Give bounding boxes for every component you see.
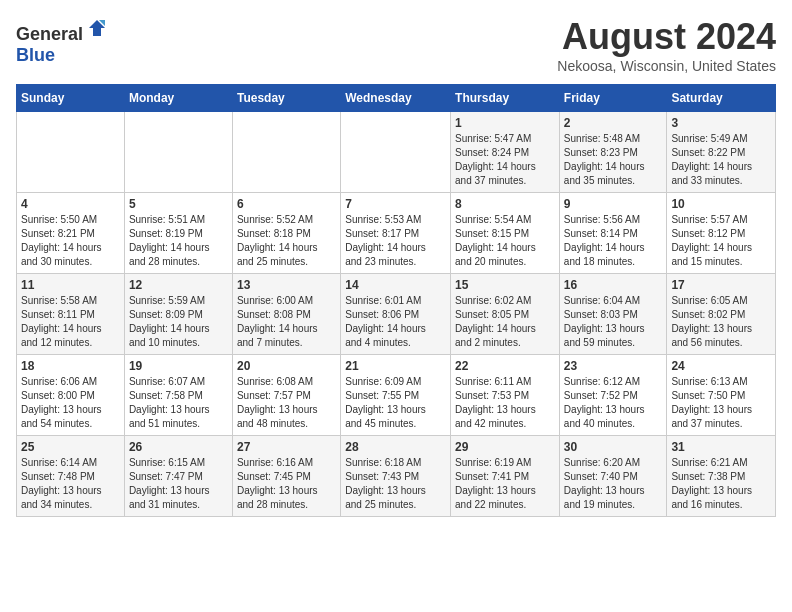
day-number: 23: [564, 359, 663, 373]
day-content: Sunrise: 5:56 AM Sunset: 8:14 PM Dayligh…: [564, 213, 663, 269]
calendar-cell: 11Sunrise: 5:58 AM Sunset: 8:11 PM Dayli…: [17, 274, 125, 355]
calendar-week-row: 11Sunrise: 5:58 AM Sunset: 8:11 PM Dayli…: [17, 274, 776, 355]
calendar-cell: 16Sunrise: 6:04 AM Sunset: 8:03 PM Dayli…: [559, 274, 667, 355]
day-content: Sunrise: 6:06 AM Sunset: 8:00 PM Dayligh…: [21, 375, 120, 431]
calendar-cell: 26Sunrise: 6:15 AM Sunset: 7:47 PM Dayli…: [124, 436, 232, 517]
calendar-cell: 28Sunrise: 6:18 AM Sunset: 7:43 PM Dayli…: [341, 436, 451, 517]
calendar-week-row: 25Sunrise: 6:14 AM Sunset: 7:48 PM Dayli…: [17, 436, 776, 517]
calendar-cell: 9Sunrise: 5:56 AM Sunset: 8:14 PM Daylig…: [559, 193, 667, 274]
day-content: Sunrise: 6:14 AM Sunset: 7:48 PM Dayligh…: [21, 456, 120, 512]
calendar-cell: 27Sunrise: 6:16 AM Sunset: 7:45 PM Dayli…: [232, 436, 340, 517]
day-content: Sunrise: 5:57 AM Sunset: 8:12 PM Dayligh…: [671, 213, 771, 269]
day-number: 29: [455, 440, 555, 454]
day-content: Sunrise: 5:52 AM Sunset: 8:18 PM Dayligh…: [237, 213, 336, 269]
day-number: 18: [21, 359, 120, 373]
day-number: 3: [671, 116, 771, 130]
day-number: 24: [671, 359, 771, 373]
day-content: Sunrise: 6:04 AM Sunset: 8:03 PM Dayligh…: [564, 294, 663, 350]
day-content: Sunrise: 6:09 AM Sunset: 7:55 PM Dayligh…: [345, 375, 446, 431]
calendar-cell: 3Sunrise: 5:49 AM Sunset: 8:22 PM Daylig…: [667, 112, 776, 193]
calendar-cell: 10Sunrise: 5:57 AM Sunset: 8:12 PM Dayli…: [667, 193, 776, 274]
calendar-week-row: 18Sunrise: 6:06 AM Sunset: 8:00 PM Dayli…: [17, 355, 776, 436]
day-content: Sunrise: 6:12 AM Sunset: 7:52 PM Dayligh…: [564, 375, 663, 431]
day-content: Sunrise: 6:07 AM Sunset: 7:58 PM Dayligh…: [129, 375, 228, 431]
day-content: Sunrise: 5:51 AM Sunset: 8:19 PM Dayligh…: [129, 213, 228, 269]
day-number: 9: [564, 197, 663, 211]
calendar-cell: 25Sunrise: 6:14 AM Sunset: 7:48 PM Dayli…: [17, 436, 125, 517]
day-number: 6: [237, 197, 336, 211]
day-number: 1: [455, 116, 555, 130]
calendar-cell: [17, 112, 125, 193]
page-header: General Blue August 2024 Nekoosa, Wiscon…: [16, 16, 776, 74]
day-content: Sunrise: 5:50 AM Sunset: 8:21 PM Dayligh…: [21, 213, 120, 269]
calendar-cell: 30Sunrise: 6:20 AM Sunset: 7:40 PM Dayli…: [559, 436, 667, 517]
day-number: 17: [671, 278, 771, 292]
calendar-cell: 12Sunrise: 5:59 AM Sunset: 8:09 PM Dayli…: [124, 274, 232, 355]
day-number: 12: [129, 278, 228, 292]
header-cell-saturday: Saturday: [667, 85, 776, 112]
calendar-cell: 18Sunrise: 6:06 AM Sunset: 8:00 PM Dayli…: [17, 355, 125, 436]
logo-blue: Blue: [16, 45, 55, 66]
calendar-cell: 4Sunrise: 5:50 AM Sunset: 8:21 PM Daylig…: [17, 193, 125, 274]
calendar-cell: 20Sunrise: 6:08 AM Sunset: 7:57 PM Dayli…: [232, 355, 340, 436]
day-number: 20: [237, 359, 336, 373]
calendar-cell: 5Sunrise: 5:51 AM Sunset: 8:19 PM Daylig…: [124, 193, 232, 274]
day-content: Sunrise: 6:19 AM Sunset: 7:41 PM Dayligh…: [455, 456, 555, 512]
day-number: 13: [237, 278, 336, 292]
header-cell-friday: Friday: [559, 85, 667, 112]
day-content: Sunrise: 6:13 AM Sunset: 7:50 PM Dayligh…: [671, 375, 771, 431]
day-content: Sunrise: 5:53 AM Sunset: 8:17 PM Dayligh…: [345, 213, 446, 269]
day-number: 4: [21, 197, 120, 211]
calendar-cell: [341, 112, 451, 193]
calendar-cell: 14Sunrise: 6:01 AM Sunset: 8:06 PM Dayli…: [341, 274, 451, 355]
day-number: 8: [455, 197, 555, 211]
calendar-cell: 22Sunrise: 6:11 AM Sunset: 7:53 PM Dayli…: [451, 355, 560, 436]
day-number: 25: [21, 440, 120, 454]
day-number: 14: [345, 278, 446, 292]
day-number: 28: [345, 440, 446, 454]
day-number: 7: [345, 197, 446, 211]
header-cell-thursday: Thursday: [451, 85, 560, 112]
day-content: Sunrise: 5:47 AM Sunset: 8:24 PM Dayligh…: [455, 132, 555, 188]
month-year-title: August 2024: [557, 16, 776, 58]
calendar-cell: 1Sunrise: 5:47 AM Sunset: 8:24 PM Daylig…: [451, 112, 560, 193]
day-content: Sunrise: 5:49 AM Sunset: 8:22 PM Dayligh…: [671, 132, 771, 188]
calendar-week-row: 4Sunrise: 5:50 AM Sunset: 8:21 PM Daylig…: [17, 193, 776, 274]
location-subtitle: Nekoosa, Wisconsin, United States: [557, 58, 776, 74]
calendar-cell: 17Sunrise: 6:05 AM Sunset: 8:02 PM Dayli…: [667, 274, 776, 355]
calendar-cell: 23Sunrise: 6:12 AM Sunset: 7:52 PM Dayli…: [559, 355, 667, 436]
day-number: 19: [129, 359, 228, 373]
calendar-week-row: 1Sunrise: 5:47 AM Sunset: 8:24 PM Daylig…: [17, 112, 776, 193]
calendar-cell: 31Sunrise: 6:21 AM Sunset: 7:38 PM Dayli…: [667, 436, 776, 517]
day-number: 2: [564, 116, 663, 130]
day-content: Sunrise: 6:05 AM Sunset: 8:02 PM Dayligh…: [671, 294, 771, 350]
calendar-cell: 21Sunrise: 6:09 AM Sunset: 7:55 PM Dayli…: [341, 355, 451, 436]
day-content: Sunrise: 6:21 AM Sunset: 7:38 PM Dayligh…: [671, 456, 771, 512]
day-number: 21: [345, 359, 446, 373]
header-cell-monday: Monday: [124, 85, 232, 112]
calendar-cell: 13Sunrise: 6:00 AM Sunset: 8:08 PM Dayli…: [232, 274, 340, 355]
calendar-cell: 29Sunrise: 6:19 AM Sunset: 7:41 PM Dayli…: [451, 436, 560, 517]
day-number: 27: [237, 440, 336, 454]
header-cell-wednesday: Wednesday: [341, 85, 451, 112]
day-number: 16: [564, 278, 663, 292]
day-number: 5: [129, 197, 228, 211]
logo-general: General: [16, 24, 83, 44]
day-content: Sunrise: 5:54 AM Sunset: 8:15 PM Dayligh…: [455, 213, 555, 269]
calendar-cell: 15Sunrise: 6:02 AM Sunset: 8:05 PM Dayli…: [451, 274, 560, 355]
calendar-cell: 2Sunrise: 5:48 AM Sunset: 8:23 PM Daylig…: [559, 112, 667, 193]
day-content: Sunrise: 6:00 AM Sunset: 8:08 PM Dayligh…: [237, 294, 336, 350]
calendar-cell: 19Sunrise: 6:07 AM Sunset: 7:58 PM Dayli…: [124, 355, 232, 436]
day-content: Sunrise: 6:18 AM Sunset: 7:43 PM Dayligh…: [345, 456, 446, 512]
day-number: 15: [455, 278, 555, 292]
calendar-cell: [232, 112, 340, 193]
day-content: Sunrise: 6:15 AM Sunset: 7:47 PM Dayligh…: [129, 456, 228, 512]
logo-icon: [85, 16, 109, 40]
calendar-table: SundayMondayTuesdayWednesdayThursdayFrid…: [16, 84, 776, 517]
day-number: 11: [21, 278, 120, 292]
day-content: Sunrise: 6:08 AM Sunset: 7:57 PM Dayligh…: [237, 375, 336, 431]
day-number: 31: [671, 440, 771, 454]
day-content: Sunrise: 6:01 AM Sunset: 8:06 PM Dayligh…: [345, 294, 446, 350]
day-number: 26: [129, 440, 228, 454]
day-content: Sunrise: 6:16 AM Sunset: 7:45 PM Dayligh…: [237, 456, 336, 512]
